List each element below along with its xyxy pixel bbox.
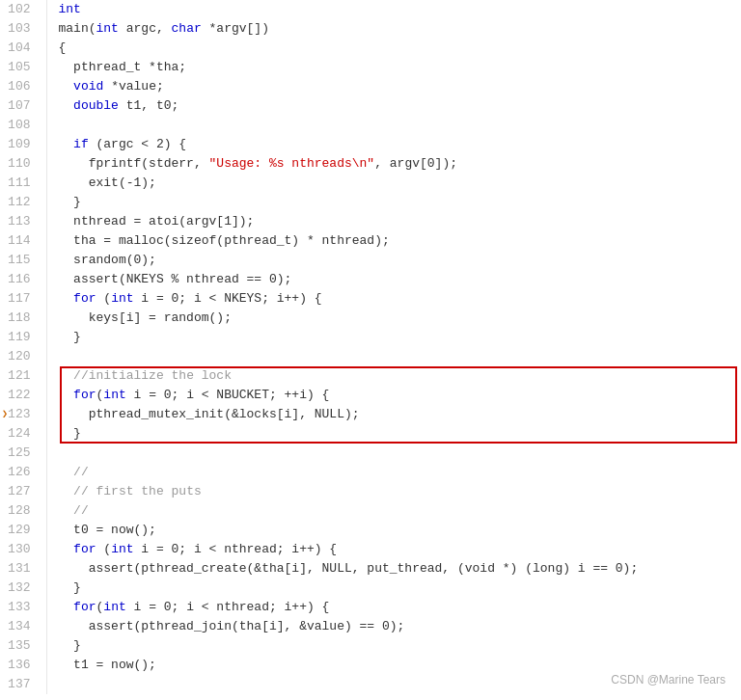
line-code: } — [46, 636, 741, 656]
table-row: 119 } — [0, 328, 741, 347]
table-row: 120 — [0, 347, 741, 366]
table-row: 110 fprintf(stderr, "Usage: %s nthreads\… — [0, 154, 741, 174]
line-code: // — [46, 463, 741, 482]
line-number: 108 — [0, 116, 46, 135]
line-number: 118 — [0, 309, 46, 328]
code-table: 102int103main(int argc, char *argv[])104… — [0, 0, 741, 694]
line-code: } — [46, 424, 741, 444]
table-row: 109 if (argc < 2) { — [0, 135, 741, 154]
code-editor: 102int103main(int argc, char *argv[])104… — [0, 0, 741, 700]
table-row: 122 for(int i = 0; i < NBUCKET; ++i) { — [0, 386, 741, 405]
line-number: 113 — [0, 212, 46, 231]
line-number: 129 — [0, 521, 46, 540]
line-number: 114 — [0, 231, 46, 251]
table-row: 107 double t1, t0; — [0, 96, 741, 116]
line-number: 116 — [0, 270, 46, 289]
line-number: 137 — [0, 675, 46, 694]
line-code: t0 = now(); — [46, 521, 741, 540]
table-row: 127 // first the puts — [0, 482, 741, 501]
line-number: 130 — [0, 540, 46, 559]
table-row: 111 exit(-1); — [0, 174, 741, 193]
table-row: 130 for (int i = 0; i < nthread; i++) { — [0, 540, 741, 559]
line-code: for (int i = 0; i < NKEYS; i++) { — [46, 289, 741, 309]
line-code: tha = malloc(sizeof(pthread_t) * nthread… — [46, 231, 741, 251]
line-code: keys[i] = random(); — [46, 309, 741, 328]
table-row: 121 //initialize the lock — [0, 366, 741, 386]
line-code: } — [46, 193, 741, 212]
line-number: 135 — [0, 636, 46, 656]
table-row: 115 srandom(0); — [0, 251, 741, 270]
table-row: 128 // — [0, 501, 741, 521]
line-number: 117 — [0, 289, 46, 309]
line-code: } — [46, 328, 741, 347]
table-row: 112 } — [0, 193, 741, 212]
line-number: 111 — [0, 174, 46, 193]
table-row: 103main(int argc, char *argv[]) — [0, 19, 741, 39]
line-number: 107 — [0, 96, 46, 116]
line-number: 121 — [0, 366, 46, 386]
line-number: 112 — [0, 193, 46, 212]
line-number: 109 — [0, 135, 46, 154]
line-code: if (argc < 2) { — [46, 135, 741, 154]
line-code: for(int i = 0; i < NBUCKET; ++i) { — [46, 386, 741, 405]
table-row: 132 } — [0, 579, 741, 598]
table-row: 113 nthread = atoi(argv[1]); — [0, 212, 741, 231]
line-number: 132 — [0, 579, 46, 598]
line-code: void *value; — [46, 77, 741, 96]
line-code: main(int argc, char *argv[]) — [46, 19, 741, 39]
line-number: 120 — [0, 347, 46, 366]
line-code: srandom(0); — [46, 251, 741, 270]
table-row: 108 — [0, 116, 741, 135]
table-row: 118 keys[i] = random(); — [0, 309, 741, 328]
line-number: 106 — [0, 77, 46, 96]
line-number: 104 — [0, 39, 46, 58]
line-code — [46, 444, 741, 463]
line-code: exit(-1); — [46, 174, 741, 193]
table-row: 117 for (int i = 0; i < NKEYS; i++) { — [0, 289, 741, 309]
gutter-mark: ❯ — [2, 405, 8, 424]
table-row: 135 } — [0, 636, 741, 656]
line-code: pthread_t *tha; — [46, 58, 741, 77]
line-number: 133 — [0, 598, 46, 617]
line-code: double t1, t0; — [46, 96, 741, 116]
line-number: 110 — [0, 154, 46, 174]
line-number: 127 — [0, 482, 46, 501]
line-code: fprintf(stderr, "Usage: %s nthreads\n", … — [46, 154, 741, 174]
line-code: assert(NKEYS % nthread == 0); — [46, 270, 741, 289]
line-number: 125 — [0, 444, 46, 463]
line-number: 128 — [0, 501, 46, 521]
line-code: pthread_mutex_init(&locks[i], NULL); — [46, 405, 741, 424]
table-row: 123❯ pthread_mutex_init(&locks[i], NULL)… — [0, 405, 741, 424]
line-number: 103 — [0, 19, 46, 39]
line-number: 105 — [0, 58, 46, 77]
line-code: // — [46, 501, 741, 521]
line-number: 124 — [0, 424, 46, 444]
line-number: 122 — [0, 386, 46, 405]
line-code: assert(pthread_create(&tha[i], NULL, put… — [46, 559, 741, 579]
line-number: 136 — [0, 656, 46, 675]
table-row: 106 void *value; — [0, 77, 741, 96]
line-code — [46, 347, 741, 366]
line-number: 115 — [0, 251, 46, 270]
table-row: 104{ — [0, 39, 741, 58]
table-row: 133 for(int i = 0; i < nthread; i++) { — [0, 598, 741, 617]
table-row: 134 assert(pthread_join(tha[i], &value) … — [0, 617, 741, 636]
table-row: 105 pthread_t *tha; — [0, 58, 741, 77]
table-row: 131 assert(pthread_create(&tha[i], NULL,… — [0, 559, 741, 579]
line-number: 126 — [0, 463, 46, 482]
table-row: 126 // — [0, 463, 741, 482]
table-row: 124 } — [0, 424, 741, 444]
line-code: { — [46, 39, 741, 58]
line-code: nthread = atoi(argv[1]); — [46, 212, 741, 231]
line-code: int — [46, 0, 741, 19]
line-code: } — [46, 579, 741, 598]
line-code: //initialize the lock — [46, 366, 741, 386]
table-row: 114 tha = malloc(sizeof(pthread_t) * nth… — [0, 231, 741, 251]
line-code: for(int i = 0; i < nthread; i++) { — [46, 598, 741, 617]
table-row: 125 — [0, 444, 741, 463]
line-code: // first the puts — [46, 482, 741, 501]
line-number: 123❯ — [0, 405, 46, 424]
table-row: 116 assert(NKEYS % nthread == 0); — [0, 270, 741, 289]
line-code — [46, 116, 741, 135]
line-code: for (int i = 0; i < nthread; i++) { — [46, 540, 741, 559]
